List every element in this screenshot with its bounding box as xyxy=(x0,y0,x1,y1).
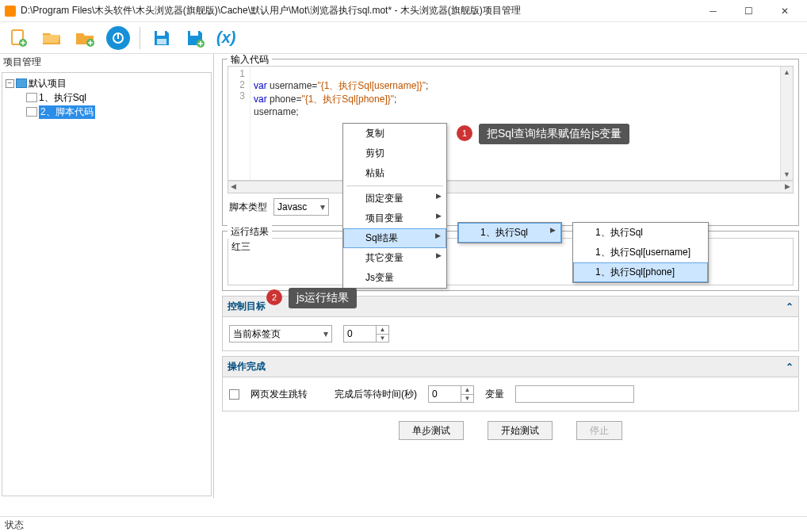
ctx-paste[interactable]: 粘贴 xyxy=(343,163,446,183)
save-icon[interactable] xyxy=(150,26,174,50)
page-jump-checkbox[interactable] xyxy=(229,389,239,400)
annotation-badge-1: 1 xyxy=(457,125,472,141)
spin-down-icon[interactable]: ▼ xyxy=(461,395,473,403)
step-icon xyxy=(26,93,37,102)
wait-time-label: 完成后等待时间(秒) xyxy=(335,388,417,401)
script-type-label: 脚本类型 xyxy=(229,201,267,214)
line-gutter: 123 xyxy=(228,67,251,180)
script-type-select[interactable]: Javasc xyxy=(273,198,329,216)
run-result-label: 运行结果 xyxy=(228,225,272,239)
open-folder-icon[interactable] xyxy=(40,26,63,50)
spin-up-icon[interactable]: ▲ xyxy=(461,386,473,395)
maximize-button[interactable]: ☐ xyxy=(731,0,767,22)
input-code-label: 输入代码 xyxy=(228,54,272,67)
start-test-button[interactable]: 开始测试 xyxy=(488,421,553,440)
app-icon xyxy=(5,6,16,17)
tree-item-1[interactable]: 1、执行Sql xyxy=(39,91,86,105)
page-jump-label: 网页发生跳转 xyxy=(251,388,308,401)
project-panel-title: 项目管理 xyxy=(0,54,213,71)
tree-item-2[interactable]: 2、脚本代码 xyxy=(39,105,95,119)
submenu-sql-phone[interactable]: 1、执行Sql[phone] xyxy=(573,262,708,282)
ctx-js-var[interactable]: Js变量 xyxy=(343,268,446,288)
collapse-icon[interactable]: ⌃ xyxy=(786,301,794,312)
toolbar-separator xyxy=(140,27,140,49)
ctx-sql-result[interactable]: Sql结果 xyxy=(343,228,446,248)
svg-rect-6 xyxy=(190,31,198,36)
target-tab-select[interactable]: 当前标签页 xyxy=(229,325,332,343)
statusbar: 状态 xyxy=(0,516,807,532)
step-icon xyxy=(26,107,37,117)
ctx-other-var[interactable]: 其它变量 xyxy=(343,248,446,268)
close-button[interactable]: ✕ xyxy=(767,0,802,22)
variable-label: 变量 xyxy=(485,388,504,401)
window-title: D:\Program Files\木头软件\木头浏览器(旗舰版)\Cache\默… xyxy=(21,4,695,17)
new-file-icon[interactable] xyxy=(6,26,30,50)
ctx-cut[interactable]: 剪切 xyxy=(343,144,446,163)
spin-down-icon[interactable]: ▼ xyxy=(377,335,388,343)
ctx-fixed-var[interactable]: 固定变量 xyxy=(343,189,446,209)
tree-root[interactable]: 默认项目 xyxy=(29,77,67,90)
ctx-proj-var[interactable]: 项目变量 xyxy=(343,209,446,228)
minimize-button[interactable]: ─ xyxy=(695,0,731,22)
tree-collapse-icon[interactable]: − xyxy=(6,79,14,88)
editor-scrollbar-vertical[interactable] xyxy=(780,67,793,180)
svg-rect-4 xyxy=(157,31,165,36)
editor-scrollbar-horizontal[interactable] xyxy=(228,181,794,193)
ctx-copy[interactable]: 复制 xyxy=(343,124,446,144)
operation-done-header[interactable]: 操作完成⌃ xyxy=(222,356,799,377)
step-test-button[interactable]: 单步测试 xyxy=(399,421,464,440)
save-as-icon[interactable] xyxy=(183,26,207,50)
target-index-spinner[interactable]: 0 ▲▼ xyxy=(343,325,389,343)
new-folder-icon[interactable] xyxy=(73,26,97,50)
power-icon[interactable] xyxy=(106,26,130,50)
ctx-separator xyxy=(346,186,443,186)
submenu-sql-username[interactable]: 1、执行Sql[username] xyxy=(573,243,708,262)
stop-button: 停止 xyxy=(576,421,622,440)
project-tree[interactable]: − 默认项目 1、执行Sql 2、脚本代码 xyxy=(2,72,212,496)
var-x-icon[interactable]: (x) xyxy=(216,29,235,47)
submenu-sql-all[interactable]: 1、执行Sql xyxy=(573,223,708,243)
wait-time-spinner[interactable]: 0 ▲▼ xyxy=(428,385,474,403)
submenu-exec-sql[interactable]: 1、执行Sql xyxy=(458,223,561,243)
spin-up-icon[interactable]: ▲ xyxy=(377,326,388,335)
annotation-badge-2: 2 xyxy=(266,289,282,305)
annotation-2: js运行结果 xyxy=(289,288,357,308)
variable-input[interactable] xyxy=(515,385,634,403)
svg-rect-5 xyxy=(157,39,166,44)
annotation-1: 把Sql查询结果赋值给js变量 xyxy=(479,124,629,144)
collapse-icon[interactable]: ⌃ xyxy=(786,362,794,373)
project-icon xyxy=(16,78,27,88)
